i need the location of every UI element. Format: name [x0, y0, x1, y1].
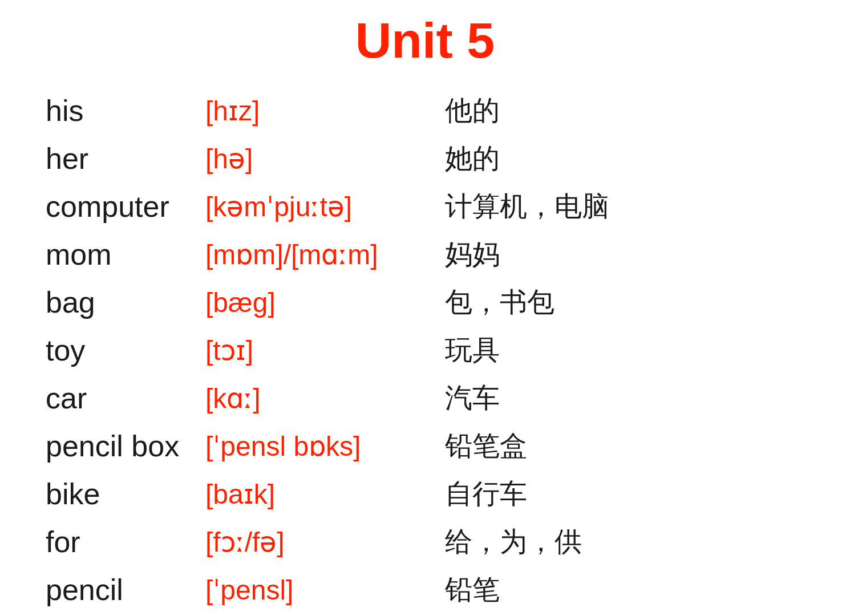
- word-cell: computer: [34, 183, 194, 230]
- meaning-cell: 汽车: [434, 374, 839, 422]
- word-cell: car: [34, 374, 194, 422]
- word-cell: for: [34, 518, 194, 566]
- word-cell: mom: [34, 230, 194, 278]
- meaning-cell: 包，书包: [434, 278, 839, 326]
- table-row: her[hə]她的: [34, 135, 839, 183]
- phonetic-cell: [baɪk]: [194, 470, 434, 518]
- table-row: for[fɔː/fə]给，为，供: [34, 518, 839, 566]
- meaning-cell: 计算机，电脑: [434, 183, 839, 230]
- page-title: Unit 5: [355, 12, 495, 68]
- meaning-cell: 自行车: [434, 470, 839, 518]
- phonetic-cell: [kəmˈpjuːtə]: [194, 183, 434, 230]
- phonetic-cell: [hə]: [194, 135, 434, 183]
- word-cell: pencil box: [34, 422, 194, 470]
- phonetic-cell: [ˈpensl bɒks]: [194, 422, 434, 470]
- page-container: Unit 5 his[hɪz]他的her[hə]她的computer[kəmˈp…: [0, 0, 850, 616]
- phonetic-cell: [hɪz]: [194, 87, 434, 135]
- phonetic-cell: [tɔɪ]: [194, 326, 434, 374]
- table-row: his[hɪz]他的: [34, 87, 839, 135]
- meaning-cell: 他的: [434, 87, 839, 135]
- word-cell: bag: [34, 278, 194, 326]
- meaning-cell: 蜡笔: [434, 614, 839, 616]
- word-cell: pencil: [34, 566, 194, 614]
- table-row: computer[kəmˈpjuːtə]计算机，电脑: [34, 183, 839, 230]
- meaning-cell: 给，为，供: [434, 518, 839, 566]
- table-row: car[kɑː]汽车: [34, 374, 839, 422]
- word-cell: her: [34, 135, 194, 183]
- word-cell: toy: [34, 326, 194, 374]
- table-row: crayon[ˈkreɪən]蜡笔: [34, 614, 839, 616]
- table-row: pencil[ˈpensl]铅笔: [34, 566, 839, 614]
- phonetic-cell: [ˈkreɪən]: [194, 614, 434, 616]
- phonetic-cell: [fɔː/fə]: [194, 518, 434, 566]
- phonetic-cell: [mɒm]/[mɑːm]: [194, 230, 434, 278]
- word-cell: his: [34, 87, 194, 135]
- table-row: pencil box[ˈpensl bɒks]铅笔盒: [34, 422, 839, 470]
- title-section: Unit 5: [23, 11, 827, 70]
- meaning-cell: 玩具: [434, 326, 839, 374]
- vocab-table: his[hɪz]他的her[hə]她的computer[kəmˈpjuːtə]计…: [34, 87, 839, 616]
- table-row: bag[bæg]包，书包: [34, 278, 839, 326]
- table-row: bike[baɪk]自行车: [34, 470, 839, 518]
- table-row: toy[tɔɪ]玩具: [34, 326, 839, 374]
- meaning-cell: 铅笔盒: [434, 422, 839, 470]
- meaning-cell: 她的: [434, 135, 839, 183]
- table-row: mom[mɒm]/[mɑːm]妈妈: [34, 230, 839, 278]
- word-cell: bike: [34, 470, 194, 518]
- phonetic-cell: [ˈpensl]: [194, 566, 434, 614]
- phonetic-cell: [bæg]: [194, 278, 434, 326]
- word-cell: crayon: [34, 614, 194, 616]
- meaning-cell: 铅笔: [434, 566, 839, 614]
- phonetic-cell: [kɑː]: [194, 374, 434, 422]
- meaning-cell: 妈妈: [434, 230, 839, 278]
